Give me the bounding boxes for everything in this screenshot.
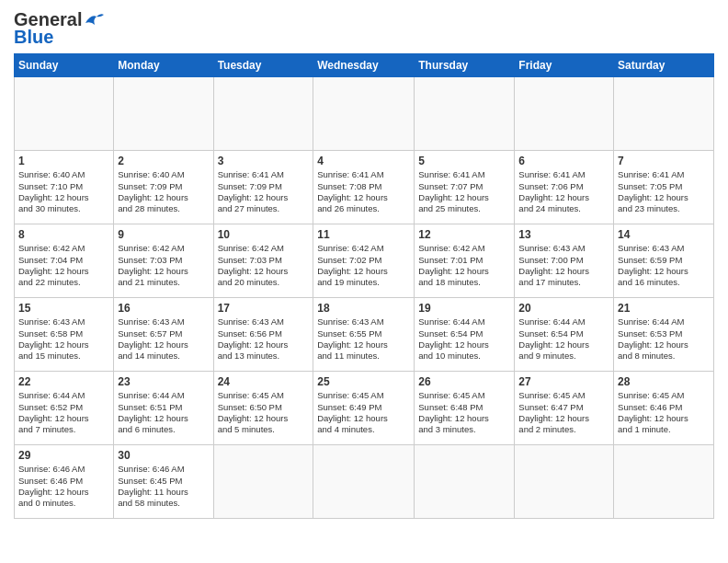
day-number: 8	[18, 227, 109, 242]
day-info: Sunrise: 6:40 AM Sunset: 7:10 PM Dayligh…	[18, 169, 109, 214]
calendar-cell: 2Sunrise: 6:40 AM Sunset: 7:09 PM Daylig…	[114, 151, 213, 224]
calendar-table: SundayMondayTuesdayWednesdayThursdayFrid…	[14, 53, 714, 519]
calendar-cell: 15Sunrise: 6:43 AM Sunset: 6:58 PM Dayli…	[15, 298, 114, 372]
day-number: 20	[518, 301, 609, 316]
day-number: 9	[118, 227, 209, 242]
day-number: 10	[218, 227, 310, 242]
day-info: Sunrise: 6:44 AM Sunset: 6:54 PM Dayligh…	[518, 316, 609, 362]
day-number: 12	[418, 227, 510, 242]
page-header: General Blue	[14, 9, 714, 48]
day-info: Sunrise: 6:42 AM Sunset: 7:04 PM Dayligh…	[18, 243, 109, 288]
calendar-cell: 22Sunrise: 6:44 AM Sunset: 6:52 PM Dayli…	[15, 372, 114, 445]
calendar-cell: 28Sunrise: 6:45 AM Sunset: 6:46 PM Dayli…	[614, 372, 714, 445]
day-number: 17	[218, 301, 310, 316]
header-cell-wednesday: Wednesday	[313, 54, 415, 77]
calendar-cell	[515, 445, 614, 519]
calendar-cell: 4Sunrise: 6:41 AM Sunset: 7:08 PM Daylig…	[313, 151, 415, 224]
calendar-cell: 18Sunrise: 6:43 AM Sunset: 6:55 PM Dayli…	[313, 298, 415, 372]
logo: General Blue	[14, 9, 104, 48]
day-info: Sunrise: 6:45 AM Sunset: 6:47 PM Dayligh…	[518, 390, 609, 435]
calendar-week-1: 1Sunrise: 6:40 AM Sunset: 7:10 PM Daylig…	[15, 151, 714, 224]
day-info: Sunrise: 6:40 AM Sunset: 7:09 PM Dayligh…	[118, 169, 209, 214]
day-number: 3	[218, 154, 310, 168]
day-info: Sunrise: 6:44 AM Sunset: 6:51 PM Dayligh…	[118, 390, 209, 435]
day-number: 22	[18, 374, 109, 389]
day-info: Sunrise: 6:42 AM Sunset: 7:03 PM Dayligh…	[118, 243, 209, 288]
calendar-cell: 5Sunrise: 6:41 AM Sunset: 7:07 PM Daylig…	[415, 151, 515, 224]
day-info: Sunrise: 6:41 AM Sunset: 7:07 PM Dayligh…	[418, 169, 510, 214]
day-number: 1	[18, 154, 109, 168]
calendar-cell: 23Sunrise: 6:44 AM Sunset: 6:51 PM Dayli…	[114, 372, 213, 445]
day-number: 25	[317, 374, 410, 389]
header-cell-friday: Friday	[515, 54, 614, 77]
day-number: 30	[118, 448, 209, 463]
logo-bird-icon	[84, 12, 104, 29]
calendar-week-5: 29Sunrise: 6:46 AM Sunset: 6:46 PM Dayli…	[15, 445, 714, 519]
day-info: Sunrise: 6:43 AM Sunset: 6:55 PM Dayligh…	[317, 316, 410, 362]
day-info: Sunrise: 6:44 AM Sunset: 6:53 PM Dayligh…	[618, 316, 710, 362]
calendar-cell: 11Sunrise: 6:42 AM Sunset: 7:02 PM Dayli…	[313, 224, 415, 298]
calendar-cell: 19Sunrise: 6:44 AM Sunset: 6:54 PM Dayli…	[415, 298, 515, 372]
calendar-week-3: 15Sunrise: 6:43 AM Sunset: 6:58 PM Dayli…	[15, 298, 714, 372]
day-info: Sunrise: 6:43 AM Sunset: 6:56 PM Dayligh…	[218, 316, 310, 362]
header-cell-sunday: Sunday	[15, 54, 114, 77]
day-info: Sunrise: 6:41 AM Sunset: 7:08 PM Dayligh…	[317, 169, 410, 214]
day-number: 26	[418, 374, 510, 389]
calendar-cell: 1Sunrise: 6:40 AM Sunset: 7:10 PM Daylig…	[15, 151, 114, 224]
calendar-cell: 7Sunrise: 6:41 AM Sunset: 7:05 PM Daylig…	[614, 151, 714, 224]
calendar-cell: 20Sunrise: 6:44 AM Sunset: 6:54 PM Dayli…	[515, 298, 614, 372]
calendar-header: SundayMondayTuesdayWednesdayThursdayFrid…	[15, 54, 714, 77]
calendar-week-2: 8Sunrise: 6:42 AM Sunset: 7:04 PM Daylig…	[15, 224, 714, 298]
calendar-cell: 9Sunrise: 6:42 AM Sunset: 7:03 PM Daylig…	[114, 224, 213, 298]
calendar-cell	[313, 445, 415, 519]
day-info: Sunrise: 6:46 AM Sunset: 6:45 PM Dayligh…	[118, 464, 209, 509]
day-info: Sunrise: 6:44 AM Sunset: 6:52 PM Dayligh…	[18, 390, 109, 435]
calendar-cell	[515, 77, 614, 151]
calendar-cell: 16Sunrise: 6:43 AM Sunset: 6:57 PM Dayli…	[114, 298, 213, 372]
day-number: 24	[218, 374, 310, 389]
calendar-body: 1Sunrise: 6:40 AM Sunset: 7:10 PM Daylig…	[15, 77, 714, 519]
header-cell-tuesday: Tuesday	[213, 54, 313, 77]
day-info: Sunrise: 6:46 AM Sunset: 6:46 PM Dayligh…	[18, 464, 109, 509]
calendar-week-0	[15, 77, 714, 151]
header-cell-monday: Monday	[114, 54, 213, 77]
day-info: Sunrise: 6:43 AM Sunset: 6:59 PM Dayligh…	[618, 243, 710, 288]
calendar-cell: 26Sunrise: 6:45 AM Sunset: 6:48 PM Dayli…	[415, 372, 515, 445]
day-number: 15	[18, 301, 109, 316]
calendar-cell: 21Sunrise: 6:44 AM Sunset: 6:53 PM Dayli…	[614, 298, 714, 372]
day-number: 6	[518, 154, 609, 168]
day-info: Sunrise: 6:42 AM Sunset: 7:03 PM Dayligh…	[218, 243, 310, 288]
calendar-cell: 12Sunrise: 6:42 AM Sunset: 7:01 PM Dayli…	[415, 224, 515, 298]
day-info: Sunrise: 6:41 AM Sunset: 7:09 PM Dayligh…	[218, 169, 310, 214]
day-number: 5	[418, 154, 510, 168]
calendar-cell	[213, 77, 313, 151]
day-number: 27	[518, 374, 609, 389]
day-number: 23	[118, 374, 209, 389]
day-number: 21	[618, 301, 710, 316]
day-number: 2	[118, 154, 209, 168]
calendar-cell	[313, 77, 415, 151]
calendar-cell	[213, 445, 313, 519]
calendar-cell: 17Sunrise: 6:43 AM Sunset: 6:56 PM Dayli…	[213, 298, 313, 372]
day-info: Sunrise: 6:45 AM Sunset: 6:50 PM Dayligh…	[218, 390, 310, 435]
day-number: 19	[418, 301, 510, 316]
day-number: 11	[317, 227, 410, 242]
day-number: 14	[618, 227, 710, 242]
header-cell-saturday: Saturday	[614, 54, 714, 77]
calendar-cell	[114, 77, 213, 151]
logo-blue: Blue	[14, 27, 53, 48]
header-row: SundayMondayTuesdayWednesdayThursdayFrid…	[15, 54, 714, 77]
calendar-cell: 24Sunrise: 6:45 AM Sunset: 6:50 PM Dayli…	[213, 372, 313, 445]
day-info: Sunrise: 6:43 AM Sunset: 7:00 PM Dayligh…	[518, 243, 609, 288]
calendar-cell: 25Sunrise: 6:45 AM Sunset: 6:49 PM Dayli…	[313, 372, 415, 445]
calendar-cell	[614, 77, 714, 151]
day-info: Sunrise: 6:45 AM Sunset: 6:48 PM Dayligh…	[418, 390, 510, 435]
header-cell-thursday: Thursday	[415, 54, 515, 77]
calendar-cell	[415, 77, 515, 151]
day-number: 16	[118, 301, 209, 316]
day-info: Sunrise: 6:42 AM Sunset: 7:01 PM Dayligh…	[418, 243, 510, 288]
day-info: Sunrise: 6:44 AM Sunset: 6:54 PM Dayligh…	[418, 316, 510, 362]
day-info: Sunrise: 6:45 AM Sunset: 6:46 PM Dayligh…	[618, 390, 710, 435]
day-number: 13	[518, 227, 609, 242]
day-info: Sunrise: 6:41 AM Sunset: 7:05 PM Dayligh…	[618, 169, 710, 214]
